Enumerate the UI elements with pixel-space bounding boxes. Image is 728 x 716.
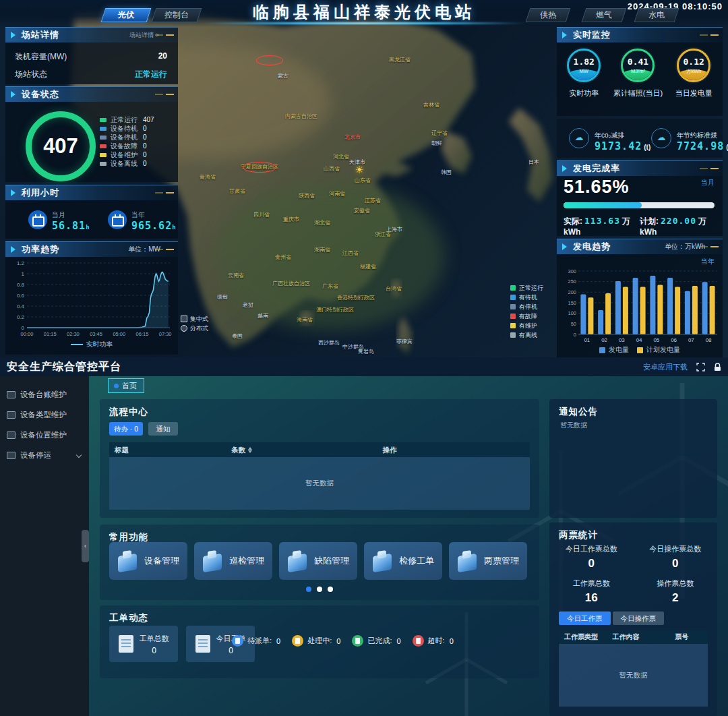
sidebar-item-device-type[interactable]: 设备类型维护 — [0, 405, 89, 425]
tab-today-work-ticket[interactable]: 今日工作票 — [559, 611, 611, 625]
distributed-icon — [181, 325, 187, 332]
co2-reduction-stat: 年co₂减排 9173.42(t) — [569, 128, 650, 152]
actual-group: 实际:113.63万kWh — [564, 216, 640, 237]
svg-text:00:00: 00:00 — [21, 331, 34, 337]
android-download-link[interactable]: 安卓应用下载 — [643, 362, 688, 372]
svg-text:1.2: 1.2 — [17, 260, 25, 266]
station-detail-link[interactable]: 场站详情 > — [129, 28, 159, 42]
lock-icon[interactable] — [714, 363, 721, 371]
sidebar-item-device-outage[interactable]: 设备停运 — [0, 445, 89, 465]
fullscreen-icon[interactable] — [696, 363, 705, 371]
tab-heat[interactable]: 供热 — [526, 8, 571, 22]
carousel-dot[interactable] — [328, 587, 333, 592]
calendar-icon — [108, 210, 127, 229]
panel-title: 利用小时 — [22, 185, 59, 200]
sidebar: 设备台账维护 设备类型维护 设备位置维护 设备停运 — [0, 376, 89, 716]
svg-text:03: 03 — [619, 337, 625, 343]
map-province-label: 越南 — [257, 312, 268, 320]
carousel-dot[interactable] — [317, 587, 322, 592]
work-order-total-tile[interactable]: 工单总数0 — [109, 626, 178, 662]
map-legend-label: 有待机 — [519, 293, 537, 302]
power-chart-legend: 实时功率 — [5, 340, 178, 349]
legend-color-swatch — [100, 118, 107, 122]
tile-maintenance-order[interactable]: 检修工单 — [364, 542, 442, 580]
hours-unit: h — [172, 224, 176, 231]
platform-content: 首页 流程中心 待办 · 0 通知 标题 条数 操作 暂无数据 常用功能 设备管… — [89, 376, 728, 716]
status-dot-icon — [292, 635, 303, 647]
map-province-label: 江苏省 — [365, 197, 381, 204]
hours-label: 当月 — [52, 211, 65, 218]
carousel-dot[interactable] — [306, 587, 311, 592]
environment-stats-row: 年co₂减排 9173.42(t) 年节约标准煤 7724.98(t) — [557, 119, 723, 158]
column-count[interactable]: 条数 — [231, 442, 252, 457]
map-province-label: 山西省 — [324, 165, 340, 173]
actual-value: 113.63 — [584, 216, 620, 226]
legend-color-swatch — [100, 136, 107, 140]
year-hours: 当年 965.62h — [108, 208, 177, 232]
power-legend-label: 实时功率 — [86, 340, 113, 349]
tab-gas[interactable]: 燃气 — [582, 8, 627, 22]
document-icon — [195, 635, 210, 653]
legend-color-swatch — [510, 323, 516, 328]
tile-two-tickets[interactable]: 两票管理 — [449, 542, 527, 580]
map-province-label: 福建省 — [360, 263, 376, 270]
station-location-marker[interactable]: ☀ — [355, 164, 363, 176]
legend-color-swatch — [510, 295, 516, 300]
svg-text:0.6: 0.6 — [17, 293, 25, 299]
chevron-down-icon — [76, 452, 82, 458]
map-province-label: 广西壮族自治区 — [272, 280, 310, 287]
tab-console[interactable]: 控制台 — [152, 8, 202, 22]
svg-text:0: 0 — [574, 332, 576, 338]
co2-label: 年co₂减排 — [595, 131, 624, 139]
device-legend-item: 设备停机0 — [100, 133, 154, 142]
tab-hydro[interactable]: 水电 — [634, 8, 679, 22]
sidebar-item-device-location[interactable]: 设备位置维护 — [0, 425, 89, 445]
map-province-label: 澳门特别行政区 — [316, 306, 354, 314]
hours-unit: h — [86, 224, 90, 231]
legend-color-swatch — [100, 153, 107, 157]
map-province-label: 韩国 — [441, 169, 452, 176]
panel-title: 实时监控 — [573, 28, 611, 42]
bar-legend-swatch-yellow — [637, 347, 643, 353]
card-title: 两票统计 — [559, 529, 598, 541]
map-province-label: 西沙群岛 — [318, 339, 340, 347]
tile-defect-management[interactable]: 缺陷管理 — [279, 542, 357, 580]
map-legend-item: 有故障 — [510, 311, 543, 321]
svg-text:150: 150 — [568, 300, 576, 306]
svg-text:0: 0 — [22, 325, 25, 331]
tile-device-management[interactable]: 设备管理 — [109, 542, 187, 580]
tab-home[interactable]: 首页 — [108, 378, 144, 393]
panel-title: 设备状态 — [22, 87, 59, 102]
plan-group: 计划:220.00万kWh — [640, 216, 716, 237]
hours-value: 56.81 — [52, 220, 86, 232]
svg-text:04: 04 — [636, 337, 642, 343]
mode-centralized[interactable]: 集中式 — [181, 314, 208, 324]
tab-today-op-ticket[interactable]: 今日操作票 — [613, 611, 665, 625]
map-legend-label: 有维护 — [519, 322, 537, 330]
map-province-label: 陕西省 — [299, 192, 315, 200]
map-legend-label: 有停机 — [519, 303, 537, 311]
todo-button[interactable]: 待办 · 0 — [109, 422, 143, 436]
mode-distributed[interactable]: 分布式 — [181, 324, 208, 333]
map-province-label: 浙江省 — [375, 231, 391, 238]
sort-icon[interactable] — [248, 447, 252, 453]
device-icon — [7, 431, 16, 439]
sidebar-collapse-handle[interactable]: ‹ — [82, 530, 89, 562]
device-legend-item: 设备故障0 — [100, 142, 154, 150]
platform-main: 设备台账维护 设备类型维护 设备位置维护 设备停运 ‹ 首页 流程中心 待办 — [0, 376, 728, 716]
column-ticket-type: 工作票类型 — [559, 632, 613, 642]
card-title: 工单动态 — [109, 612, 148, 624]
svg-text:200: 200 — [568, 289, 576, 295]
map-province-label: 辽宁省 — [431, 129, 448, 137]
gauge-irradiance: 0.41MJ/m² 累计辐照(当日) — [613, 49, 663, 98]
status-overtime: 超时:0 — [413, 635, 454, 647]
plan-value: 220.00 — [661, 216, 696, 226]
notice-card: 通知公告 暂无数据 — [549, 399, 717, 518]
sidebar-item-device-ledger[interactable]: 设备台账维护 — [0, 384, 89, 405]
device-total-ring: 407 — [26, 111, 96, 181]
tile-inspection-management[interactable]: 巡检管理 — [194, 542, 272, 580]
map-province-label: 江西省 — [342, 249, 359, 257]
notice-button[interactable]: 通知 — [148, 422, 178, 436]
map-legend-label: 正常运行 — [519, 284, 543, 293]
tab-pv[interactable]: 光伏 — [101, 8, 152, 22]
